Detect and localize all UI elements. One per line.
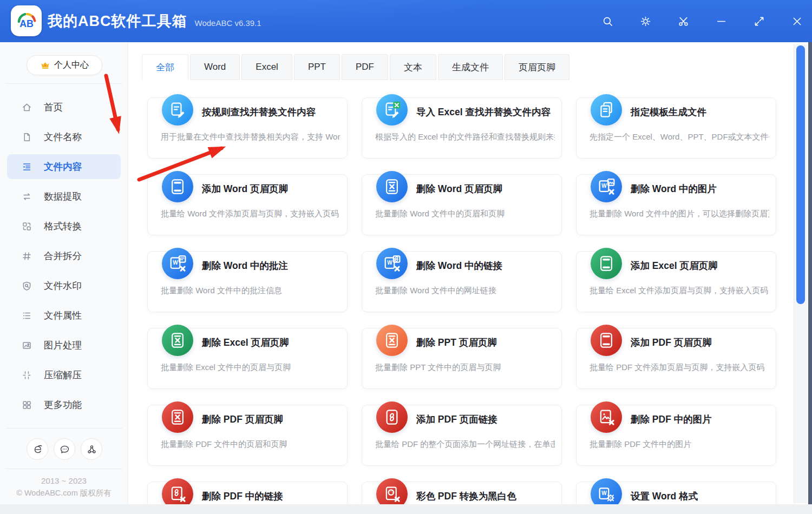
close-button[interactable] [790,15,803,28]
feature-card[interactable]: 按规则查找并替换文件内容用于批量在文件中查找并替换相关内容，支持 Word [147,97,348,159]
page-hf-x-icon [376,171,408,202]
sidebar: 个人中心 首页文件名称文件内容数据提取格式转换合并拆分文件水印文件属性图片处理压… [0,42,128,504]
sidebar-item-more-features[interactable]: 更多功能 [7,392,121,417]
svg-text:W: W [387,260,392,266]
card-title: 添加 PDF 页眉页脚 [631,336,712,349]
settings-button[interactable] [639,15,652,28]
divider [5,428,122,429]
feature-card[interactable]: 删除 Word 页眉页脚批量删除 Word 文件中的页眉和页脚 [362,174,562,235]
svg-text:W: W [601,490,607,496]
chat-button[interactable] [54,438,75,460]
sidebar-item-label: 图片处理 [44,339,82,352]
feature-card[interactable]: 添加 Excel 页眉页脚批量给 Excel 文件添加页眉与页脚，支持嵌入页码 [576,251,776,312]
feature-card[interactable]: W删除 Word 中的图片批量删除 Word 文件中的图片，可以选择删除页眉页 [576,174,776,235]
card-description: 批量给 Excel 文件添加页眉与页脚，支持嵌入页码 [590,286,769,296]
divider [5,469,122,469]
tab-页眉页脚[interactable]: 页眉页脚 [505,54,569,80]
boss-key-button[interactable] [677,15,690,28]
main-content: 全部WordExcelPPTPDF文本生成文件页眉页脚 按规则查找并替换文件内容… [129,42,812,504]
card-title: 删除 Excel 页眉页脚 [202,336,289,349]
card-description: 用于批量在文件中查找并替换相关内容，支持 Word [161,132,340,142]
feature-card[interactable]: 指定模板生成文件先指定一个 Excel、Word、PPT、PDF或文本文件作为 [576,97,776,159]
tab-excel[interactable]: Excel [241,54,292,80]
feature-card[interactable]: 添加 PDF 页眉页脚批量给 PDF 文件添加页眉与页脚，支持嵌入页码 [576,328,776,389]
card-description: 批量删除 Word 文件中的网址链接 [375,286,555,296]
ie-browser-button[interactable] [27,438,48,460]
scrollbar-thumb[interactable] [796,45,805,304]
wdoc-link-x-icon: W [376,248,408,279]
watermark-icon [22,281,32,291]
sidebar-item-file-name[interactable]: 文件名称 [7,124,121,149]
copyright-years: 2013 ~ 2023 [0,475,128,487]
card-title: 导入 Excel 查找并替换文件内容 [416,106,551,118]
feature-card[interactable]: 删除 Excel 页眉页脚批量删除 Excel 文件中的页眉与页脚 [147,328,348,389]
feature-card[interactable]: 删除 PDF 中的图片批量删除 PDF 文件中的图片 [576,405,776,466]
doc-pencil-icon [162,94,193,126]
feature-card[interactable]: W删除 Word 中的链接批量删除 Word 文件中的网址链接 [362,251,562,312]
feature-card[interactable]: W删除 Word 中的批注批量删除 Word 文件中的批注信息 [147,251,348,312]
sidebar-item-data-extract[interactable]: 数据提取 [7,184,121,209]
feature-card[interactable]: 彩色 PDF 转换为黑白色 [362,482,562,504]
feature-card[interactable]: 添加 Word 页眉页脚批量给 Word 文件添加页眉与页脚，支持嵌入页码 [147,174,348,235]
sidebar-item-label: 压缩解压 [44,368,82,381]
feature-card[interactable]: 删除 PDF 中的链接 [147,482,348,504]
sidebar-item-format-convert[interactable]: 格式转换 [7,214,121,239]
card-title: 彩色 PDF 转换为黑白色 [416,490,516,503]
feature-card[interactable]: 删除 PPT 页眉页脚批量删除 PPT 文件中的页眉与页脚 [362,328,562,389]
card-title: 删除 PPT 页眉页脚 [416,336,497,349]
tab-文本[interactable]: 文本 [390,54,436,80]
card-description: 批量删除 Word 文件中的批注信息 [161,286,340,296]
tab-pdf[interactable]: PDF [342,54,388,80]
sidebar-item-home[interactable]: 首页 [7,95,121,120]
tab-生成文件[interactable]: 生成文件 [438,54,503,80]
feature-card[interactable]: 添加 PDF 页面链接批量给 PDF 的整个页面添加一个网址链接，在单击 [362,405,562,466]
sidebar-item-merge-split[interactable]: 合并拆分 [7,243,121,268]
file-attrs-icon [22,311,32,321]
app-title: 我的ABC软件工具箱 [48,0,187,42]
minimize-button[interactable] [715,15,728,28]
svg-text:W: W [601,183,607,189]
card-description: 批量给 PDF 的整个页面添加一个网址链接，在单击 [375,439,555,450]
card-title: 删除 PDF 中的链接 [202,490,283,503]
compress-icon [22,370,32,380]
doc-stack-icon [591,94,622,126]
feature-card[interactable]: W设置 Word 格式 [576,482,776,504]
tab-ppt[interactable]: PPT [294,54,340,80]
card-title: 添加 PDF 页面链接 [416,413,497,426]
sidebar-item-image-process[interactable]: 图片处理 [7,333,121,358]
sidebar-item-watermark[interactable]: 文件水印 [7,273,121,298]
sidebar-item-file-content[interactable]: 文件内容 [7,154,121,179]
card-description: 批量给 Word 文件添加页眉与页脚，支持嵌入页码 [161,209,340,219]
share-button[interactable] [81,438,102,460]
sidebar-item-compress[interactable]: 压缩解压 [7,363,121,387]
search-button[interactable] [601,15,614,28]
format-convert-icon [22,221,32,232]
card-title: 按规则查找并替换文件内容 [202,106,316,118]
copyright-owner: © WodeABC.com 版权所有 [0,487,128,499]
tab-word[interactable]: Word [190,54,240,80]
more-features-icon [22,400,32,410]
personal-center-button[interactable]: 个人中心 [27,55,102,75]
maximize-button[interactable] [752,15,765,28]
feature-card[interactable]: 删除 PDF 页眉页脚批量删除 PDF 文件中的页眉和页脚 [147,405,348,466]
sidebar-item-label: 数据提取 [44,190,82,203]
window-right-edge [808,42,812,504]
page-link-icon [376,401,408,433]
sidebar-item-file-attrs[interactable]: 文件属性 [7,303,121,328]
card-title: 删除 Word 中的批注 [202,259,288,272]
image-process-icon [22,340,32,351]
doc-pencil-excel-icon [376,94,408,126]
feature-card[interactable]: 导入 Excel 查找并替换文件内容根据导入的 Excel 中的文件路径和查找替… [362,97,562,159]
window-bottom-edge [0,504,812,514]
scrollbar-track[interactable] [794,44,808,503]
card-title: 指定模板生成文件 [631,106,706,118]
sidebar-nav: 首页文件名称文件内容数据提取格式转换合并拆分文件水印文件属性图片处理压缩解压更多… [0,95,128,422]
card-title: 删除 Word 页眉页脚 [416,182,502,195]
divider [5,83,122,84]
category-tabs: 全部WordExcelPPTPDF文本生成文件页眉页脚 [142,54,569,80]
sidebar-item-label: 更多功能 [44,398,82,411]
crown-icon [40,60,50,70]
tab-all[interactable]: 全部 [142,54,188,80]
card-description: 批量删除 PDF 文件中的图片 [590,439,769,450]
app-logo-icon: AB [11,5,42,36]
